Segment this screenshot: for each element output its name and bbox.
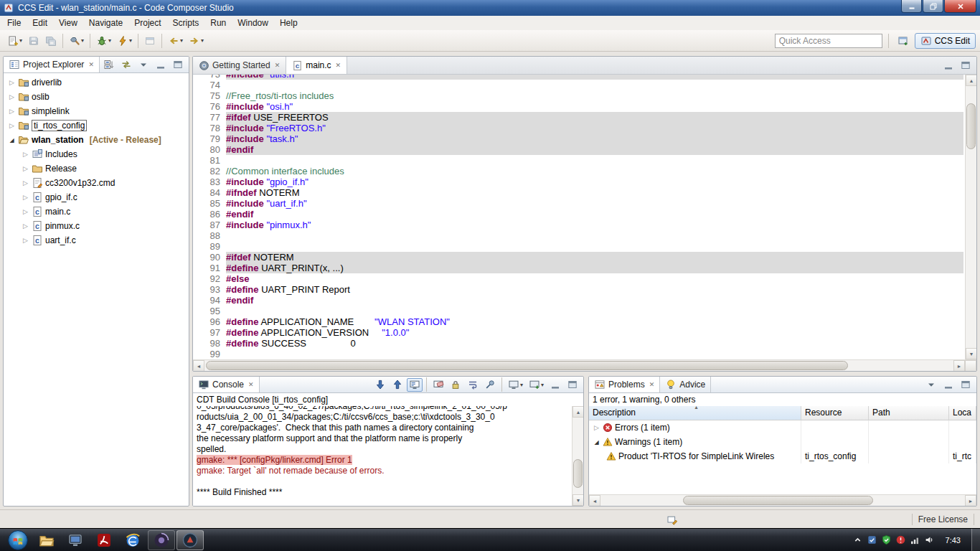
menu-run[interactable]: Run bbox=[204, 17, 232, 29]
problem-row-errors-1-item-[interactable]: Errors (1 item) bbox=[589, 420, 976, 435]
tray-network-icon[interactable] bbox=[910, 534, 920, 545]
collapse-twisty-icon[interactable] bbox=[593, 439, 600, 446]
scrollbar-thumb[interactable] bbox=[206, 361, 848, 370]
restore-window-button[interactable] bbox=[923, 0, 943, 13]
menu-project[interactable]: Project bbox=[128, 17, 166, 29]
taskbar-item-app-dark-1[interactable] bbox=[148, 530, 175, 550]
menu-window[interactable]: Window bbox=[232, 17, 274, 29]
scroll-lock-button[interactable] bbox=[448, 378, 463, 392]
console-tab[interactable]: Console ✕ bbox=[193, 377, 260, 392]
view-menu-button[interactable] bbox=[136, 58, 151, 72]
save-button[interactable] bbox=[26, 33, 42, 49]
taskbar-clock[interactable]: 7:43 bbox=[938, 536, 968, 545]
minimize-window-button[interactable] bbox=[901, 0, 922, 13]
expand-twisty-icon[interactable] bbox=[22, 237, 29, 244]
column-header-path[interactable]: Path bbox=[869, 406, 949, 420]
tree-item-driverlib[interactable]: driverlib bbox=[4, 75, 189, 90]
maximize-button[interactable] bbox=[565, 378, 580, 392]
code-editor[interactable]: 73#include "utils.h"7475//Free_rtos/ti-r… bbox=[193, 75, 976, 359]
editor-tab-getting-started[interactable]: Getting Started✕ bbox=[193, 57, 286, 74]
open-perspective-button[interactable] bbox=[895, 33, 911, 49]
menu-scripts[interactable]: Scripts bbox=[167, 17, 205, 29]
quick-access-input[interactable] bbox=[775, 34, 882, 48]
scroll-down-arrow[interactable]: ▼ bbox=[573, 494, 583, 506]
menu-view[interactable]: View bbox=[53, 17, 83, 29]
tree-item-includes[interactable]: Includes bbox=[4, 147, 189, 161]
expand-twisty-icon[interactable] bbox=[22, 179, 29, 187]
menu-help[interactable]: Help bbox=[274, 17, 303, 29]
problem-row-warnings-1-item-[interactable]: Warnings (1 item) bbox=[589, 435, 976, 449]
show-console-on-output-button[interactable] bbox=[407, 378, 423, 392]
scroll-up-arrow[interactable]: ▲ bbox=[966, 75, 976, 86]
close-window-button[interactable] bbox=[944, 0, 976, 13]
clear-console-button[interactable] bbox=[430, 378, 446, 392]
minimize-button[interactable] bbox=[941, 378, 956, 392]
editor-tab-main-c[interactable]: cmain.c✕ bbox=[286, 57, 347, 74]
flash-button[interactable]: ▾ bbox=[115, 33, 134, 49]
dropdown-arrow-icon[interactable]: ▾ bbox=[81, 37, 84, 44]
column-header-resource[interactable]: Resource bbox=[801, 406, 869, 420]
link-with-editor-button[interactable] bbox=[118, 58, 134, 72]
expand-twisty-icon[interactable] bbox=[22, 194, 29, 201]
tree-item-cc3200v1p32-cmd[interactable]: cc3200v1p32.cmd bbox=[4, 176, 189, 190]
tree-item-gpio-if-c[interactable]: cgpio_if.c bbox=[4, 190, 189, 204]
taskbar-item-computer[interactable] bbox=[62, 530, 89, 550]
word-wrap-button[interactable] bbox=[465, 378, 481, 392]
maximize-button[interactable] bbox=[958, 59, 974, 72]
scrollbar-thumb[interactable] bbox=[966, 103, 976, 149]
collapse-all-button[interactable] bbox=[101, 58, 117, 72]
start-button[interactable] bbox=[7, 529, 29, 551]
ccs-edit-perspective-button[interactable]: CCS Edit bbox=[915, 33, 976, 49]
scroll-left-arrow[interactable]: ◄ bbox=[589, 495, 600, 507]
expand-twisty-icon[interactable] bbox=[22, 151, 29, 158]
collapse-twisty-icon[interactable] bbox=[8, 137, 16, 143]
tree-item-ti-rtos-config[interactable]: ti_rtos_config bbox=[4, 118, 189, 133]
minimize-button[interactable] bbox=[547, 378, 563, 392]
tree-item-release[interactable]: Release bbox=[4, 161, 189, 176]
maximize-button[interactable] bbox=[958, 378, 974, 392]
dropdown-arrow-icon[interactable]: ▾ bbox=[201, 37, 204, 44]
dropdown-arrow-icon[interactable]: ▾ bbox=[108, 37, 111, 44]
taskbar-item-app-dark-2[interactable] bbox=[176, 530, 204, 550]
previous-error-button[interactable] bbox=[390, 378, 405, 392]
tab-problems[interactable]: Problems✕ bbox=[589, 377, 660, 392]
taskbar-item-explorer-folder[interactable] bbox=[33, 530, 60, 550]
scroll-down-arrow[interactable]: ▼ bbox=[966, 348, 976, 359]
show-desktop-button[interactable] bbox=[971, 529, 980, 551]
problems-horizontal-scrollbar[interactable]: ◄ ► bbox=[589, 494, 976, 506]
scroll-right-arrow[interactable]: ► bbox=[965, 495, 976, 507]
tray-update-icon[interactable] bbox=[895, 534, 906, 545]
editor-vertical-scrollbar[interactable]: ▲ ▼ bbox=[965, 75, 976, 359]
scrollbar-thumb[interactable] bbox=[683, 496, 873, 505]
scrollbar-thumb[interactable] bbox=[573, 459, 583, 488]
tree-item-uart-if-c[interactable]: cuart_if.c bbox=[4, 233, 189, 248]
editor-horizontal-scrollbar[interactable]: ◄ ► bbox=[193, 359, 976, 371]
project-explorer-tab[interactable]: Project Explorer ✕ bbox=[4, 57, 100, 72]
expand-twisty-icon[interactable] bbox=[8, 93, 16, 100]
column-header-loca[interactable]: Loca bbox=[949, 406, 976, 420]
expand-twisty-icon[interactable] bbox=[8, 79, 16, 86]
menu-edit[interactable]: Edit bbox=[27, 17, 53, 29]
display-selected-console-button[interactable]: ▾ bbox=[506, 378, 525, 392]
debug-button[interactable]: ▾ bbox=[94, 33, 113, 49]
close-icon[interactable]: ✕ bbox=[248, 381, 254, 388]
save-all-button[interactable] bbox=[43, 33, 59, 49]
status-trim-button[interactable] bbox=[664, 512, 680, 528]
new-file-button[interactable]: ▾ bbox=[5, 33, 24, 49]
new-window-button[interactable] bbox=[142, 33, 158, 49]
tree-item-pinmux-c[interactable]: cpinmux.c bbox=[4, 219, 189, 233]
expand-twisty-icon[interactable] bbox=[593, 424, 600, 431]
expand-twisty-icon[interactable] bbox=[22, 165, 29, 172]
problem-row-product-ti-rtos-for-simplelink[interactable]: Product 'TI-RTOS for SimpleLink Wirelest… bbox=[589, 449, 976, 463]
close-icon[interactable]: ✕ bbox=[649, 381, 655, 388]
dropdown-arrow-icon[interactable]: ▾ bbox=[180, 37, 183, 44]
pin-console-button[interactable] bbox=[482, 378, 498, 392]
maximize-button[interactable] bbox=[170, 58, 186, 72]
tree-item-wlan-station[interactable]: wlan_station[Active - Release] bbox=[4, 133, 189, 147]
taskbar-item-adobe-reader[interactable] bbox=[90, 530, 118, 550]
minimize-button[interactable] bbox=[153, 58, 169, 72]
tree-item-oslib[interactable]: oslib bbox=[4, 90, 189, 104]
back-button[interactable]: ▾ bbox=[166, 33, 185, 49]
close-icon[interactable]: ✕ bbox=[336, 62, 341, 69]
build-button[interactable]: ▾ bbox=[67, 33, 86, 49]
